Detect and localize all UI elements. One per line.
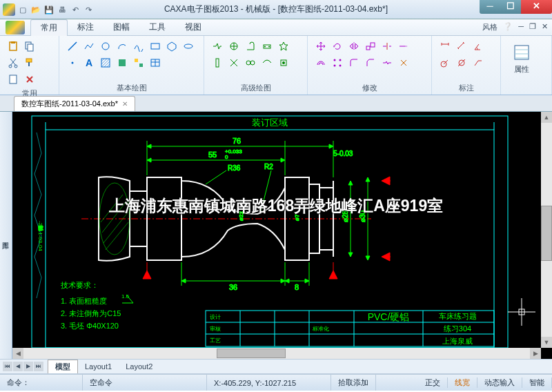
delete-button[interactable] [22,72,37,87]
lineweight-toggle[interactable]: 线宽 [448,378,477,388]
hatch-button[interactable] [98,55,113,70]
drawing-canvas[interactable]: 图库 装订区域 数控车图纸-2011-03-04 [0,112,552,359]
document-tab[interactable]: 数控车图纸-2011-03-04.exb* ✕ [14,96,135,111]
scroll-right-icon[interactable]: ▶ [530,348,541,359]
tab-tools[interactable]: 工具 [139,19,175,35]
style-dropdown[interactable]: 风格 [482,22,497,32]
chamfer-button[interactable] [363,55,378,70]
tab-close-icon[interactable]: ✕ [122,100,128,108]
library-panel[interactable]: 图库 [0,112,12,359]
adv-10[interactable] [276,55,291,70]
format-painter-button[interactable] [22,55,37,70]
cut-button[interactable] [6,55,21,70]
adv-7[interactable] [226,55,241,70]
qat-open-icon[interactable]: 📂 [30,4,41,15]
fill-button[interactable] [115,55,130,70]
svg-text:1.6: 1.6 [121,293,130,300]
new-button[interactable] [6,72,21,87]
text-button[interactable]: A [81,55,97,70]
extend-button[interactable] [396,39,411,54]
svg-text:A: A [86,57,92,68]
qat-save-icon[interactable]: 💾 [43,4,55,15]
tab-view[interactable]: 视图 [175,19,211,35]
adv-2[interactable] [226,39,241,54]
polyline-button[interactable] [81,39,97,54]
line-button[interactable] [65,39,80,54]
ortho-toggle[interactable]: 正交 [418,378,448,388]
explode-button[interactable] [396,55,411,70]
tab-annotate[interactable]: 标注 [68,19,103,35]
point-button[interactable] [65,55,80,70]
dim-align-button[interactable] [454,39,469,54]
scale-button[interactable] [363,39,378,54]
block-button[interactable] [131,55,146,70]
adv-8[interactable] [243,55,258,70]
mdi-restore-icon[interactable]: ❐ [529,22,536,32]
mdi-close-icon[interactable]: ✕ [542,22,548,32]
svg-point-11 [72,62,74,64]
arc-button[interactable] [115,39,130,54]
vertical-scrollbar[interactable]: ▲ ▼ [541,112,552,348]
properties-button[interactable]: 属性 [506,39,537,79]
close-button[interactable]: ✕ [521,0,552,14]
pick-mode[interactable]: 拾取添加 [331,375,376,391]
scroll-left-icon[interactable]: ◀ [12,348,23,359]
rotate-button[interactable] [330,39,345,54]
tab-model[interactable]: 模型 [48,360,78,373]
maximize-button[interactable]: ☐ [500,0,521,14]
tab-layout1[interactable]: Layout1 [78,361,119,372]
rect-button[interactable] [148,39,163,54]
dim-diameter-button[interactable] [454,55,469,70]
app-icon [3,3,15,16]
mdi-min-icon[interactable]: ─ [518,22,524,32]
paste-button[interactable] [6,39,21,54]
dim-angle-button[interactable] [471,39,486,54]
ellipse-button[interactable] [181,39,196,54]
tab-layout2[interactable]: Layout2 [119,361,159,372]
qat-print-icon[interactable]: 🖶 [57,4,68,15]
scroll-up-icon[interactable]: ▲ [541,112,552,123]
scroll-thumb-h[interactable] [217,349,286,358]
qat-redo-icon[interactable]: ↷ [83,4,94,15]
adv-6[interactable] [210,55,225,70]
qat-undo-icon[interactable]: ↶ [70,4,81,15]
move-button[interactable] [313,39,328,54]
tab-frame[interactable]: 图幅 [103,19,139,35]
adv-1[interactable] [210,39,225,54]
scroll-down-icon[interactable]: ▼ [541,337,552,348]
snap-toggle[interactable]: 智能 [522,378,552,388]
layout-next-icon[interactable]: ▶ [23,362,33,371]
array-button[interactable] [330,55,345,70]
circle-button[interactable] [98,39,113,54]
break-button[interactable] [379,55,395,70]
layout-first-icon[interactable]: ⏮ [3,362,12,371]
svg-point-30 [339,59,342,61]
dim-linear-button[interactable] [437,39,453,54]
adv-4[interactable] [259,39,275,54]
leader-button[interactable] [471,55,486,70]
copy-button[interactable] [22,39,37,54]
spline-button[interactable] [131,39,146,54]
svg-text:76: 76 [233,137,241,145]
layout-last-icon[interactable]: ⏭ [34,362,43,371]
fillet-button[interactable] [346,55,362,70]
help-icon[interactable]: ❔ [503,22,513,32]
adv-3[interactable] [243,39,258,54]
table-button[interactable] [148,55,163,70]
mirror-button[interactable] [346,39,362,54]
adv-5[interactable] [276,39,291,54]
minimize-button[interactable]: ─ [480,0,500,14]
offset-button[interactable] [313,55,328,70]
app-logo[interactable] [6,21,25,35]
tab-common[interactable]: 常用 [30,19,68,36]
polygon-button[interactable] [164,39,179,54]
titlebar: ▢ 📂 💾 🖶 ↶ ↷ CAXA电子图板2013 - 机械版 - [数控车图纸-… [0,0,552,19]
scroll-thumb[interactable] [541,206,552,261]
dynamic-input-toggle[interactable]: 动态输入 [477,378,522,388]
dim-radius-button[interactable] [437,55,453,70]
trim-button[interactable] [379,39,395,54]
horizontal-scrollbar[interactable]: ◀ ▶ [12,348,541,359]
qat-new-icon[interactable]: ▢ [17,4,28,15]
adv-9[interactable] [259,55,275,70]
layout-prev-icon[interactable]: ◀ [13,362,23,371]
